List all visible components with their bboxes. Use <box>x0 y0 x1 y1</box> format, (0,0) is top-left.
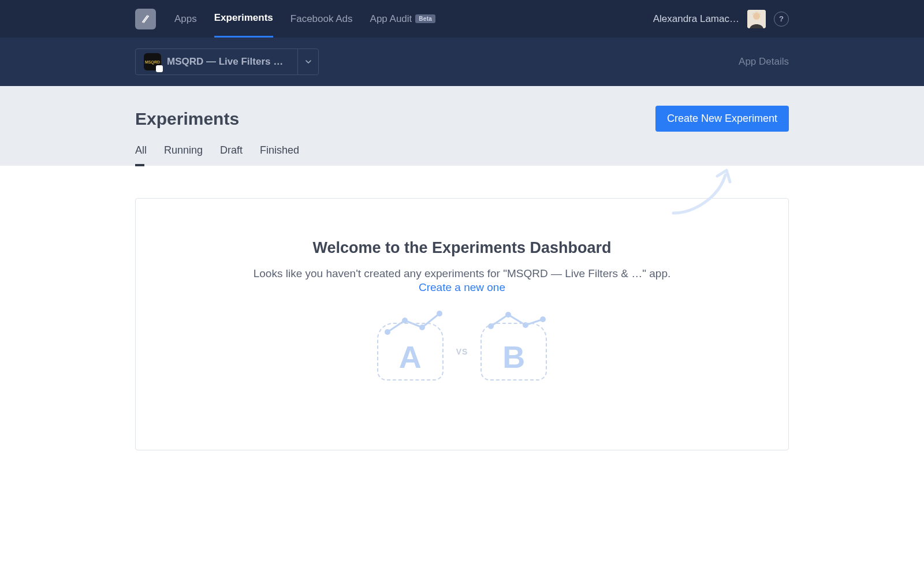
nav-item-experiments[interactable]: Experiments <box>214 0 273 38</box>
main-content: Welcome to the Experiments Dashboard Loo… <box>0 166 924 450</box>
app-selector-button[interactable]: MSQRD MSQRD — Live Filters & F… <box>136 49 297 74</box>
page-header: Experiments Create New Experiment All Ru… <box>0 86 924 166</box>
svg-point-9 <box>540 316 546 322</box>
nav-item-app-audit[interactable]: App Audit Beta <box>370 0 436 38</box>
tab-finished[interactable]: Finished <box>260 144 299 166</box>
app-selector-name: MSQRD — Live Filters & F… <box>167 56 289 68</box>
help-button[interactable]: ? <box>774 12 789 27</box>
app-icon: MSQRD <box>144 53 161 70</box>
top-navbar: Apps Experiments Facebook Ads App Audit … <box>0 0 924 38</box>
variant-a-box: A <box>377 323 444 381</box>
user-name[interactable]: Alexandra Lamac… <box>653 13 739 25</box>
page-title: Experiments <box>135 109 239 129</box>
help-icon: ? <box>779 14 784 23</box>
nav-item-facebook-ads[interactable]: Facebook Ads <box>290 0 353 38</box>
tab-all[interactable]: All <box>135 144 147 166</box>
primary-nav: Apps Experiments Facebook Ads App Audit … <box>174 0 435 38</box>
topbar-user-area: Alexandra Lamac… ? <box>653 10 789 28</box>
empty-state-subtitle: Looks like you haven't created any exper… <box>159 267 765 280</box>
beta-badge: Beta <box>415 14 435 23</box>
nav-item-label: App Audit <box>370 13 412 25</box>
variant-b-label: B <box>480 339 547 375</box>
app-selector: MSQRD MSQRD — Live Filters & F… <box>135 49 319 75</box>
create-experiment-button[interactable]: Create New Experiment <box>655 106 789 132</box>
tab-draft[interactable]: Draft <box>220 144 243 166</box>
create-experiment-link[interactable]: Create a new one <box>159 281 765 294</box>
svg-point-7 <box>505 312 511 318</box>
brand-logo[interactable] <box>135 9 156 29</box>
avatar[interactable] <box>747 10 766 28</box>
svg-point-1 <box>753 13 760 20</box>
variant-a-label: A <box>377 339 444 375</box>
vs-label: VS <box>456 347 468 356</box>
tab-running[interactable]: Running <box>164 144 203 166</box>
app-selector-caret[interactable] <box>297 49 318 74</box>
svg-point-5 <box>437 311 442 316</box>
empty-state-title: Welcome to the Experiments Dashboard <box>159 239 765 257</box>
nav-item-apps[interactable]: Apps <box>174 0 197 38</box>
sub-header: MSQRD MSQRD — Live Filters & F… App Deta… <box>0 38 924 86</box>
chevron-down-icon <box>305 58 312 65</box>
brand-logo-icon <box>140 14 151 24</box>
variant-b-box: B <box>480 323 547 381</box>
filter-tabs: All Running Draft Finished <box>135 144 789 166</box>
avatar-icon <box>747 10 766 28</box>
empty-state-card: Welcome to the Experiments Dashboard Loo… <box>135 198 789 450</box>
app-details-link[interactable]: App Details <box>739 56 789 68</box>
ab-test-illustration: A VS B <box>159 323 765 381</box>
